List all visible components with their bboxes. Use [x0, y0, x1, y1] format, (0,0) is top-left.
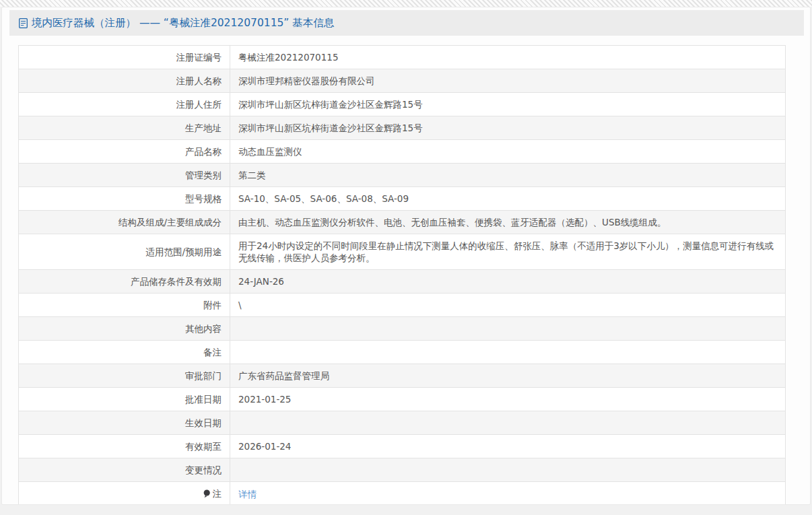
field-label: 注册证编号 [19, 46, 230, 69]
field-label: 生产地址 [19, 116, 230, 140]
field-label: 生效日期 [19, 411, 230, 435]
note-label-text: 注 [213, 487, 222, 500]
table-row: 产品储存条件及有效期 24-JAN-26 [19, 270, 786, 294]
table-row: 其他内容 [19, 317, 786, 341]
field-value: 由主机、动态血压监测仪分析软件、电池、无创血压袖套、便携袋、蓝牙适配器（选配）、… [230, 211, 786, 234]
table-row: 附件 \ [19, 294, 786, 317]
field-label: 结构及组成/主要组成成分 [19, 211, 230, 234]
field-label: 注 [19, 482, 230, 506]
table-row: 注册证编号 粤械注准20212070115 [19, 46, 786, 69]
table-row: 生效日期 [19, 411, 786, 435]
field-value: 用于24小时内设定的不同时间段里在静止情况下测量人体的收缩压、舒张压、脉率（不适… [230, 234, 786, 270]
field-label: 备注 [19, 341, 230, 364]
field-value [230, 317, 786, 341]
field-value: 2026-01-24 [230, 435, 786, 458]
page-top-stripe-border [0, 0, 812, 7]
field-value: 第二类 [230, 164, 786, 187]
table-row: 结构及组成/主要组成成分 由主机、动态血压监测仪分析软件、电池、无创血压袖套、便… [19, 211, 786, 234]
table-row: 变更情况 [19, 458, 786, 482]
field-value: 深圳市坪山新区坑梓街道金沙社区金辉路15号 [230, 116, 786, 140]
field-value: 动态血压监测仪 [230, 140, 786, 164]
lightbulb-icon [203, 489, 211, 498]
field-label: 注册人住所 [19, 93, 230, 116]
table-row: 型号规格 SA-10、SA-05、SA-06、SA-08、SA-09 [19, 187, 786, 211]
page-title-text: 境内医疗器械（注册） —— “粤械注准20212070115” 基本信息 [32, 16, 334, 30]
field-label: 管理类别 [19, 164, 230, 187]
field-label: 附件 [19, 294, 230, 317]
table-row: 管理类别 第二类 [19, 164, 786, 187]
field-value: 深圳市坪山新区坑梓街道金沙社区金辉路15号 [230, 93, 786, 116]
field-value: SA-10、SA-05、SA-06、SA-08、SA-09 [230, 187, 786, 211]
page-title: 境内医疗器械（注册） —— “粤械注准20212070115” 基本信息 [19, 16, 334, 30]
section-header-bar: 境内医疗器械（注册） —— “粤械注准20212070115” 基本信息 [9, 10, 804, 36]
field-label: 有效期至 [19, 435, 230, 458]
field-value: 广东省药品监督管理局 [230, 364, 786, 388]
table-row: 备注 [19, 341, 786, 364]
field-value: 粤械注准20212070115 [230, 46, 786, 69]
table-row-note: 注 详情 [19, 482, 786, 506]
field-label: 型号规格 [19, 187, 230, 211]
field-value: 2021-01-25 [230, 388, 786, 411]
field-value: 24-JAN-26 [230, 270, 786, 294]
field-value: 深圳市理邦精密仪器股份有限公司 [230, 69, 786, 93]
field-label: 产品储存条件及有效期 [19, 270, 230, 294]
detail-link[interactable]: 详情 [238, 489, 257, 500]
field-value: 详情 [230, 482, 786, 506]
field-label: 其他内容 [19, 317, 230, 341]
registration-info-table: 注册证编号 粤械注准20212070115 注册人名称 深圳市理邦精密仪器股份有… [18, 45, 786, 505]
table-row: 批准日期 2021-01-25 [19, 388, 786, 411]
field-label: 注册人名称 [19, 69, 230, 93]
table-row: 生产地址 深圳市坪山新区坑梓街道金沙社区金辉路15号 [19, 116, 786, 140]
field-label: 产品名称 [19, 140, 230, 164]
field-label: 审批部门 [19, 364, 230, 388]
field-value [230, 458, 786, 482]
content-panel: 境内医疗器械（注册） —— “粤械注准20212070115” 基本信息 注册证… [1, 7, 811, 505]
field-value: \ [230, 294, 786, 317]
table-row: 有效期至 2026-01-24 [19, 435, 786, 458]
table-row: 产品名称 动态血压监测仪 [19, 140, 786, 164]
table-row: 注册人名称 深圳市理邦精密仪器股份有限公司 [19, 69, 786, 93]
field-value [230, 341, 786, 364]
field-value [230, 411, 786, 435]
table-row: 审批部门 广东省药品监督管理局 [19, 364, 786, 388]
field-label: 批准日期 [19, 388, 230, 411]
field-label: 适用范围/预期用途 [19, 234, 230, 270]
table-row: 注册人住所 深圳市坪山新区坑梓街道金沙社区金辉路15号 [19, 93, 786, 116]
field-label: 变更情况 [19, 458, 230, 482]
document-icon [19, 18, 28, 28]
table-row: 适用范围/预期用途 用于24小时内设定的不同时间段里在静止情况下测量人体的收缩压… [19, 234, 786, 270]
